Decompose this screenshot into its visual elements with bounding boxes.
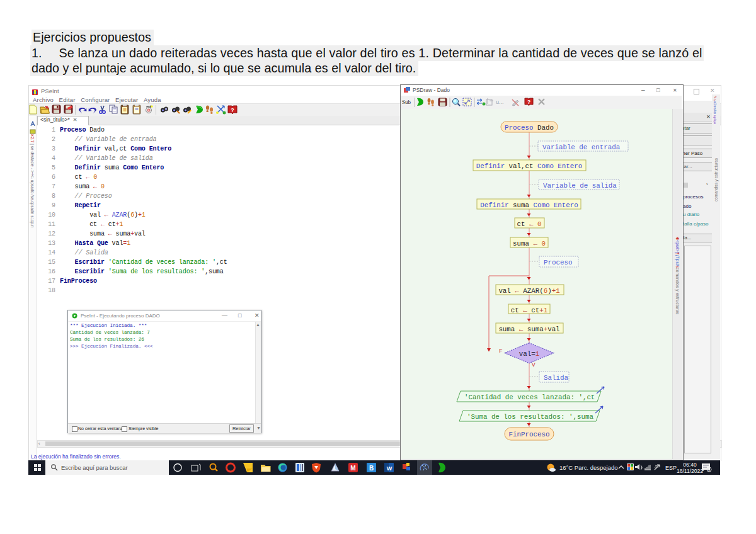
svg-text:suma ← suma+val: suma ← suma+val [498,326,559,333]
svg-text:'Suma de los resultados: ',sum: 'Suma de los resultados: ',suma [467,413,593,421]
svg-text:ct ← 0: ct ← 0 [517,220,542,228]
svg-text:?: ? [527,99,530,105]
svg-text:Escribe aquí para buscar: Escribe aquí para buscar [61,464,128,471]
svg-text:M: M [350,465,355,472]
svg-text:'Cantidad de veces lanzada: ',: 'Cantidad de veces lanzada: ',ct [464,394,595,401]
svg-text:ct ← ct+1: ct ← ct+1 [511,307,547,314]
svg-text:val=1: val=1 [519,350,539,358]
svg-text:Proceso Dado: Proceso Dado [505,124,554,132]
svg-text:Proceso: Proceso [544,259,572,266]
svg-text:suma ← 0: suma ← 0 [513,240,546,247]
svg-text:?: ? [231,107,234,113]
svg-text:16°C Parc. despejado: 16°C Parc. despejado [559,464,618,471]
svg-text:18/11/2022: 18/11/2022 [677,468,703,474]
svg-text:Definir suma Como Entero: Definir suma Como Entero [480,202,578,209]
svg-text:Variable de entrada: Variable de entrada [542,144,621,151]
svg-text:Variable de salida: Variable de salida [543,182,617,190]
svg-text:FinProceso: FinProceso [509,431,550,438]
svg-text:06:40: 06:40 [683,462,697,468]
svg-text:F: F [499,348,503,355]
svg-text:Definir val,ct Como Entero: Definir val,ct Como Entero [476,162,582,170]
svg-text:ESP: ESP [665,465,677,471]
svg-text:W: W [387,465,392,472]
svg-text:B: B [369,465,374,472]
svg-text:V: V [532,361,536,368]
svg-text:val ← AZAR(6)+1: val ← AZAR(6)+1 [498,287,559,295]
svg-text:Salida: Salida [544,374,568,382]
svg-text:Sub: Sub [402,99,411,105]
svg-text:u...: u... [496,99,504,105]
